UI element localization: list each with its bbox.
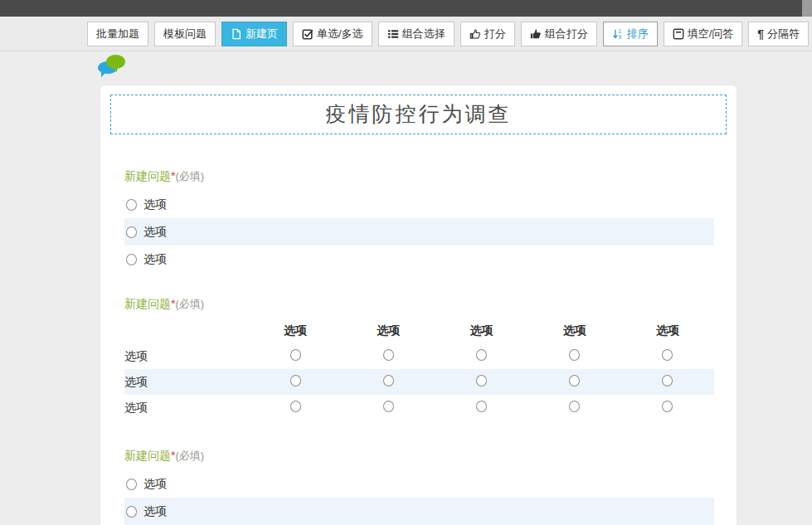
radio-button[interactable]	[662, 401, 673, 412]
template-questions-label: 模板问题	[163, 27, 207, 41]
single-multi-choice-button[interactable]: 单选/多选	[293, 22, 372, 46]
option-row[interactable]: 选项	[124, 470, 714, 498]
fill-blank-qa-button[interactable]: 填空/问答	[664, 22, 743, 46]
radio-button[interactable]	[126, 254, 137, 265]
fill-blank-qa-label: 填空/问答	[688, 27, 734, 41]
question-1-header[interactable]: 新建问题*(必填)	[124, 168, 714, 184]
option-row[interactable]: 选项	[124, 218, 714, 245]
option-label: 选项	[143, 477, 167, 492]
survey-content: 新建问题*(必填) 选项 选项 选项 新建问题*(必填)	[100, 168, 737, 525]
matrix-row: 选项	[124, 369, 714, 395]
question-3-options: 选项 选项 选项	[124, 470, 714, 525]
question-block-3: 新建问题*(必填) 选项 选项 选项	[124, 448, 714, 525]
option-row[interactable]: 选项	[124, 191, 714, 218]
new-page-icon	[231, 28, 242, 40]
question-2-label: 新建问题	[124, 297, 171, 310]
list-icon	[387, 28, 399, 40]
separator-button[interactable]: ¶ 分隔符	[748, 22, 809, 46]
question-block-2: 新建问题*(必填) 选项 选项 选项 选项 选项	[124, 296, 714, 420]
green-bubble-icon	[106, 55, 125, 69]
matrix-row: 选项	[124, 395, 714, 420]
top-bar	[0, 0, 812, 17]
svg-text:1: 1	[618, 28, 621, 34]
radio-button[interactable]	[290, 375, 301, 386]
rating-label: 打分	[484, 27, 506, 41]
scrollbar-thumb[interactable]	[802, 0, 812, 17]
matrix-header-row: 选项 选项 选项 选项 选项	[124, 318, 714, 343]
question-3-header[interactable]: 新建问题*(必填)	[124, 448, 714, 464]
radio-button[interactable]	[383, 375, 394, 386]
radio-button[interactable]	[662, 349, 673, 361]
matrix-column-header: 选项	[435, 318, 528, 343]
template-questions-button[interactable]: 模板问题	[154, 22, 216, 46]
radio-button[interactable]	[126, 199, 137, 211]
survey-title: 疫情防控行为调查	[326, 102, 512, 126]
batch-add-questions-label: 批量加题	[96, 27, 139, 41]
thumbs-up-solid-icon	[530, 28, 542, 40]
matrix-table: 选项 选项 选项 选项 选项 选项	[124, 318, 714, 420]
radio-button[interactable]	[126, 506, 137, 518]
matrix-row-label: 选项	[124, 343, 249, 369]
combo-rating-label: 组合打分	[545, 27, 588, 41]
radio-button[interactable]	[569, 349, 580, 361]
separator-label: 分隔符	[767, 27, 800, 41]
question-toolbar: 批量加题 模板问题 新建页 单选/多选 组合选择 打分 组合打分	[0, 17, 812, 51]
combo-choice-label: 组合选择	[402, 27, 445, 41]
radio-button[interactable]	[383, 401, 394, 412]
combo-choice-button[interactable]: 组合选择	[378, 22, 455, 46]
question-3-required-note: (必填)	[175, 450, 204, 462]
option-row[interactable]: 选项	[124, 245, 714, 273]
question-2-header[interactable]: 新建问题*(必填)	[124, 296, 714, 312]
rating-button[interactable]: 打分	[460, 22, 515, 46]
radio-button[interactable]	[569, 401, 580, 412]
option-row[interactable]: 选项	[124, 498, 714, 525]
radio-button[interactable]	[569, 375, 580, 386]
radio-button[interactable]	[290, 401, 301, 412]
matrix-column-header: 选项	[528, 318, 621, 343]
radio-button[interactable]	[290, 349, 301, 361]
radio-button[interactable]	[126, 226, 137, 238]
new-page-label: 新建页	[246, 27, 278, 41]
sort-numeric-icon: 19	[612, 28, 624, 40]
option-label: 选项	[143, 504, 167, 519]
survey-title-box[interactable]: 疫情防控行为调查	[110, 95, 727, 134]
chat-bubbles-icon	[98, 55, 126, 80]
combo-rating-button[interactable]: 组合打分	[521, 22, 597, 46]
checkbox-checked-icon	[302, 28, 314, 40]
sort-label: 排序	[627, 27, 649, 41]
survey-canvas: 疫情防控行为调查 新建问题*(必填) 选项 选项 选项	[100, 85, 737, 525]
option-label: 选项	[143, 252, 167, 267]
radio-button[interactable]	[476, 349, 487, 361]
question-2-required-note: (必填)	[175, 298, 204, 310]
matrix-corner-cell	[124, 318, 249, 343]
question-1-label: 新建问题	[124, 169, 171, 182]
question-3-label: 新建问题	[124, 449, 171, 462]
radio-button[interactable]	[476, 401, 487, 412]
new-page-button[interactable]: 新建页	[221, 22, 287, 46]
matrix-column-header: 选项	[621, 318, 714, 343]
question-1-options: 选项 选项 选项	[124, 191, 714, 273]
radio-button[interactable]	[126, 479, 137, 490]
matrix-row-label: 选项	[124, 369, 249, 395]
form-icon	[673, 28, 684, 40]
single-multi-choice-label: 单选/多选	[317, 27, 363, 41]
radio-button[interactable]	[662, 375, 673, 386]
radio-button[interactable]	[476, 375, 487, 386]
question-block-1: 新建问题*(必填) 选项 选项 选项	[124, 168, 714, 273]
svg-text:9: 9	[618, 34, 621, 40]
question-1-required-note: (必填)	[175, 170, 204, 182]
sort-button[interactable]: 19 排序	[603, 22, 658, 46]
matrix-column-header: 选项	[342, 318, 435, 343]
option-label: 选项	[143, 225, 167, 240]
radio-button[interactable]	[383, 349, 394, 361]
matrix-row: 选项	[124, 343, 714, 369]
batch-add-questions-button[interactable]: 批量加题	[87, 22, 148, 46]
matrix-row-label: 选项	[124, 395, 249, 420]
matrix-column-header: 选项	[249, 318, 342, 343]
option-label: 选项	[143, 197, 167, 212]
pilcrow-icon: ¶	[757, 28, 764, 40]
thumbs-up-outline-icon	[469, 28, 481, 40]
